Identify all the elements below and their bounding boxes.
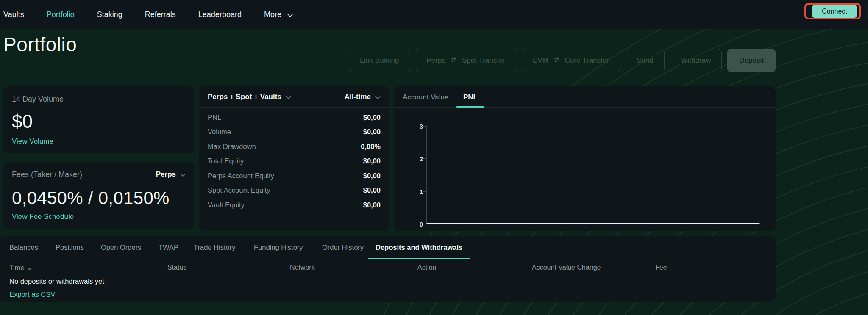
- tab-account-value[interactable]: Account Value: [403, 93, 448, 102]
- chevron-down-icon: [287, 11, 293, 19]
- volume-card-label: 14 Day Volume: [12, 95, 186, 104]
- chart-y-label: 1: [410, 188, 423, 195]
- stat-label: PNL: [208, 113, 221, 122]
- history-panel: Balances Positions Open Orders TWAP Trad…: [0, 236, 776, 302]
- column-network: Network: [290, 264, 315, 271]
- tab-order-history[interactable]: Order History: [322, 243, 364, 251]
- column-time-label: Time: [9, 264, 24, 272]
- send-button[interactable]: Send: [626, 49, 665, 72]
- deposit-button[interactable]: Deposit: [727, 49, 776, 72]
- stat-row-total-equity: Total Equity $0,00: [208, 156, 381, 167]
- swap-arrows-icon: [450, 57, 458, 65]
- chevron-down-icon: [27, 265, 32, 272]
- swap-arrows-icon: [553, 57, 561, 65]
- nav-item-referrals[interactable]: Referrals: [145, 10, 176, 19]
- empty-table-message: No deposits or withdrawals yet: [9, 277, 104, 285]
- evm-core-transfer-button[interactable]: EVM Core Transfer: [522, 49, 620, 72]
- history-table-header: Time Status Network Action Account Value…: [0, 259, 776, 274]
- nav-item-staking[interactable]: Staking: [97, 10, 122, 19]
- tab-trade-history[interactable]: Trade History: [194, 243, 235, 251]
- nav-more-label: More: [264, 10, 281, 19]
- stats-period-selector[interactable]: All-time: [345, 93, 381, 101]
- stat-row-perps-account-equity: Perps Account Equity $0,00: [208, 171, 381, 181]
- tab-twap[interactable]: TWAP: [159, 243, 178, 251]
- stats-scope-selector[interactable]: Perps + Spot + Vaults: [208, 93, 291, 101]
- chart-y-axis: [426, 126, 427, 224]
- stat-label: Vault Equity: [208, 201, 245, 209]
- tab-open-orders[interactable]: Open Orders: [101, 243, 141, 251]
- tab-balances[interactable]: Balances: [9, 243, 38, 251]
- active-tab-underline: [456, 106, 484, 108]
- stat-value: $0,00: [363, 157, 381, 165]
- chevron-down-icon: [375, 94, 381, 101]
- stat-value: $0,00: [363, 128, 381, 136]
- stat-row-spot-account-equity: Spot Account Equity $0,00: [208, 185, 381, 196]
- stat-label: Total Equity: [208, 157, 244, 165]
- tab-deposits-withdrawals[interactable]: Deposits and Withdrawals: [376, 243, 462, 251]
- tab-funding-history[interactable]: Funding History: [254, 243, 303, 251]
- connect-button[interactable]: Connect: [812, 5, 857, 18]
- stat-label: Volume: [208, 128, 231, 136]
- settings-button-partial[interactable]: [865, 5, 868, 18]
- chart-y-tick: [423, 126, 426, 127]
- stats-card: Perps + Spot + Vaults All-time PNL $0,00…: [199, 86, 389, 231]
- column-status: Status: [167, 264, 186, 271]
- tab-pnl[interactable]: PNL: [463, 93, 478, 102]
- chart-y-tick: [423, 224, 426, 224]
- link-staking-button[interactable]: Link Staking: [349, 49, 410, 72]
- column-time-sort[interactable]: Time: [9, 264, 32, 272]
- export-csv-link[interactable]: Export as CSV: [9, 290, 55, 298]
- stat-value: $0,00: [363, 113, 381, 122]
- chart-y-tick: [423, 158, 426, 159]
- chart-y-label: 0: [410, 221, 423, 228]
- fees-market-selector[interactable]: Perps: [156, 170, 186, 179]
- stats-period-value: All-time: [345, 93, 371, 101]
- stat-row-volume: Volume $0,00: [208, 127, 381, 138]
- spot-transfer-label: Spot Transfer: [462, 56, 505, 65]
- stat-label: Spot Account Equity: [208, 186, 270, 194]
- stat-value: $0,00: [363, 201, 381, 209]
- chart-y-label: 2: [410, 155, 423, 163]
- evm-label: EVM: [533, 56, 548, 65]
- pnl-flat-line: [426, 223, 760, 224]
- stat-row-pnl: PNL $0,00: [208, 112, 381, 123]
- stats-scope-value: Perps + Spot + Vaults: [208, 93, 281, 101]
- nav-item-portfolio[interactable]: Portfolio: [47, 10, 75, 19]
- withdraw-button[interactable]: Withdraw: [670, 49, 722, 72]
- stat-value: $0,00: [363, 186, 381, 194]
- chevron-down-icon: [286, 94, 291, 101]
- column-action: Action: [417, 264, 436, 271]
- history-tabs: Balances Positions Open Orders TWAP Trad…: [0, 236, 776, 259]
- perps-label: Perps: [427, 56, 445, 65]
- stat-label: Max Drawdown: [208, 143, 256, 151]
- top-navbar: Vaults Portfolio Staking Referrals Leade…: [0, 0, 868, 29]
- chart-tabs: Account Value PNL: [394, 86, 776, 108]
- nav-item-leaderboard[interactable]: Leaderboard: [198, 10, 242, 19]
- chart-card: Account Value PNL 3 2 1 0: [394, 86, 776, 231]
- nav-item-more[interactable]: More: [264, 10, 293, 19]
- perps-spot-transfer-button[interactable]: Perps Spot Transfer: [416, 49, 516, 72]
- fees-card: Fees (Taker / Maker) Perps 0,0450% / 0,0…: [3, 162, 194, 229]
- portfolio-page: Vaults Portfolio Staking Referrals Leade…: [0, 0, 868, 315]
- tab-positions[interactable]: Positions: [56, 243, 84, 251]
- chevron-down-icon: [180, 171, 186, 179]
- volume-card: 14 Day Volume $0 View Volume: [3, 86, 194, 153]
- portfolio-actions: Link Staking Perps Spot Transfer EVM Cor…: [0, 49, 776, 72]
- view-fee-schedule-link[interactable]: View Fee Schedule: [12, 213, 74, 221]
- stat-value: $0,00: [363, 172, 381, 180]
- stat-value: 0,00%: [361, 143, 381, 151]
- volume-value: $0: [12, 111, 33, 132]
- send-label: Send: [637, 56, 654, 65]
- stats-rows: PNL $0,00 Volume $0,00 Max Drawdown 0,00…: [199, 108, 389, 210]
- chart-y-label: 3: [410, 123, 423, 130]
- nav-item-vaults[interactable]: Vaults: [3, 10, 24, 19]
- link-staking-label: Link Staking: [360, 56, 399, 65]
- core-transfer-label: Core Transfer: [565, 56, 609, 65]
- chart-y-tick: [423, 191, 426, 192]
- view-volume-link[interactable]: View Volume: [12, 137, 53, 146]
- fees-selector-value: Perps: [156, 170, 176, 179]
- column-fee: Fee: [655, 264, 667, 271]
- stat-row-vault-equity: Vault Equity $0,00: [208, 200, 381, 210]
- stat-label: Perps Account Equity: [208, 172, 274, 180]
- withdraw-label: Withdraw: [681, 56, 711, 65]
